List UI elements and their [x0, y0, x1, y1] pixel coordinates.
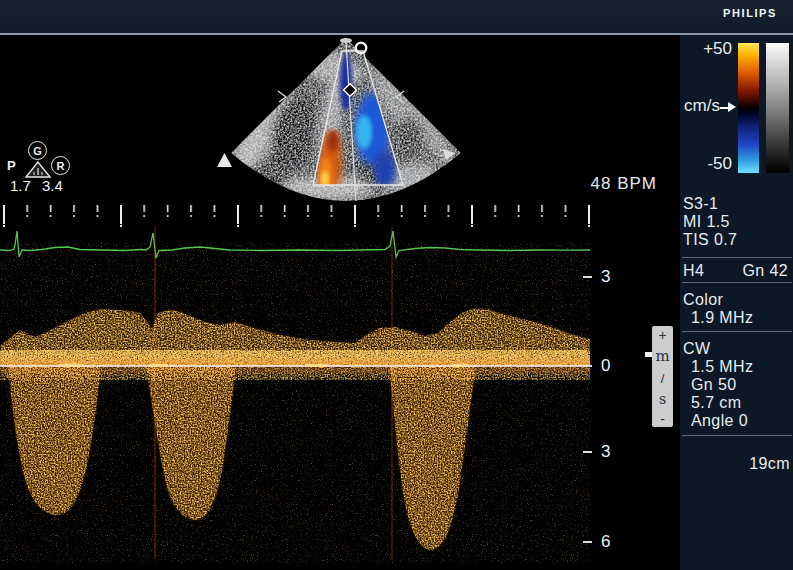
cw-gain: Gn 50 [683, 376, 793, 394]
ultrasound-screen: PHILIPS [0, 0, 793, 570]
top-bar: PHILIPS [0, 0, 793, 35]
scale-plus[interactable]: + [658, 329, 666, 341]
color-doppler-colorbar [738, 43, 759, 173]
physio-values: 1.7 3.4 [10, 177, 63, 194]
background-speckle [0, 243, 590, 563]
axis-tick [583, 451, 592, 453]
colorbar-max-label: +50 [688, 39, 732, 59]
axis-value: 3 [601, 442, 610, 462]
axis-label-plus3: 3 [583, 267, 627, 287]
scale-slash: / [661, 373, 665, 384]
grayscale-bar [766, 43, 789, 173]
heart-rate-value: 48 BPM [583, 174, 657, 194]
2d-echo-sector-image [213, 37, 463, 205]
divider [682, 282, 792, 283]
left-edge-marker-icon [217, 153, 232, 167]
harmonic-value: H4 [683, 262, 704, 280]
2d-settings-row: H4 Gn 42 [683, 262, 790, 280]
mi-value: MI 1.5 [683, 213, 790, 231]
colorbar-min-label: -50 [688, 154, 732, 174]
divider [682, 257, 792, 258]
axis-value: 0 [601, 356, 610, 376]
2d-gain-value: Gn 42 [742, 262, 788, 280]
cw-frequency: 1.5 MHz [683, 358, 793, 376]
axis-label-zero: 0 [583, 356, 627, 376]
reject-r-icon: R [51, 156, 70, 175]
timeline-ticks [2, 205, 592, 227]
cw-spectral-display [0, 203, 660, 570]
axis-tick [583, 365, 592, 367]
imaging-area: P G R 1.7 3.4 48 BPM [0, 35, 680, 570]
cw-angle: Angle 0 [683, 412, 793, 430]
philips-logo: PHILIPS [723, 7, 777, 19]
scale-minus[interactable]: - [660, 414, 665, 424]
axis-tick [583, 276, 592, 278]
tis-value: TIS 0.7 [683, 231, 790, 249]
cw-depth: 5.7 cm [683, 394, 793, 412]
settings-sidebar: +50 cm/s -50 S3-1 MI 1.5 TIS 0.7 H4 Gn 4… [680, 35, 793, 570]
r-letter: R [57, 160, 65, 172]
transducer-label: S3-1 [683, 195, 790, 213]
axis-tick [583, 541, 592, 543]
colorbar-baseline-arrow-icon [728, 102, 736, 112]
velocity-scale-control[interactable]: + m / s - [652, 326, 673, 427]
physio-p-label: P [7, 158, 16, 173]
axis-value: 3 [601, 267, 610, 287]
divider [682, 331, 792, 332]
display-depth: 19cm [683, 455, 792, 473]
divider [682, 435, 792, 436]
gain-g-icon: G [28, 141, 47, 160]
axis-label-minus3: 3 [583, 442, 627, 462]
color-frequency: 1.9 MHz [683, 309, 793, 327]
axis-value: 6 [601, 532, 610, 552]
color-mode-label: Color [683, 291, 790, 309]
colorbar-unit-label: cm/s [684, 96, 720, 116]
g-letter: G [33, 145, 42, 157]
cw-mode-label: CW [683, 340, 790, 358]
axis-label-minus6: 6 [583, 532, 627, 552]
scale-m: m [655, 350, 669, 363]
apex-cap [340, 38, 352, 43]
scale-s: s [659, 393, 666, 405]
